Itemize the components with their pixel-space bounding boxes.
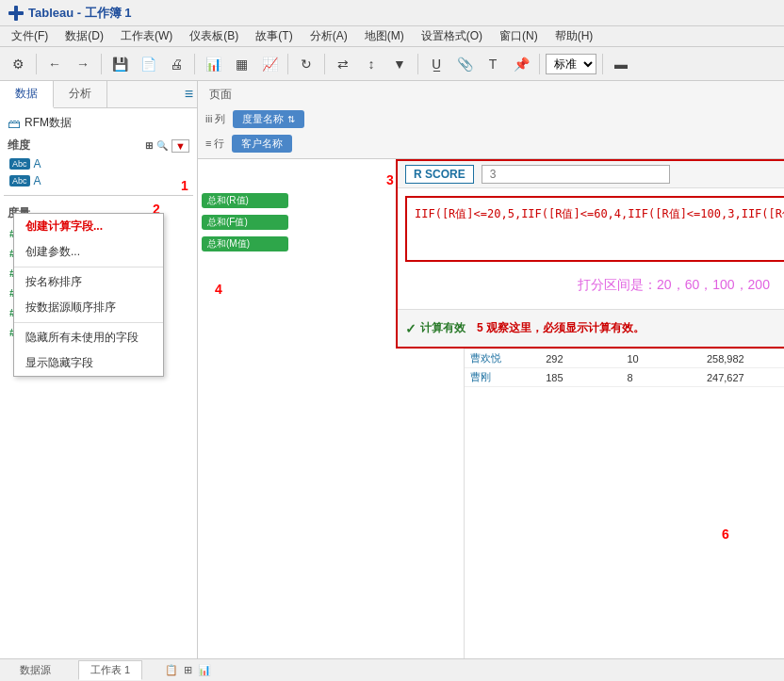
formula-name-input[interactable] — [482, 165, 670, 184]
toolbar-sep-2 — [101, 54, 102, 74]
formula-name-badge: R SCORE — [405, 165, 474, 184]
toolbar-sep-3 — [194, 54, 195, 74]
toolbar-sep-5 — [324, 54, 325, 74]
measure-pill-r-sum[interactable]: 总和(R值) — [202, 193, 288, 208]
formula-title-area: R SCORE — [405, 165, 670, 184]
toolbar-save-btn[interactable]: 💾 — [107, 52, 132, 76]
ctx-sort-name[interactable]: 按名称排序 — [14, 269, 163, 295]
dimension-item-2[interactable]: Abc A — [4, 172, 193, 189]
ctx-hide-unused[interactable]: 隐藏所有未使用的字段 — [14, 325, 163, 350]
toolbar-sep-8 — [602, 54, 603, 74]
ctx-sort-source[interactable]: 按数据源顺序排序 — [14, 295, 163, 320]
context-menu: 创建计算字段... 创建参数... 按名称排序 按数据源顺序排序 隐藏所有未使用… — [13, 213, 164, 377]
formula-header: R SCORE × — [398, 161, 784, 188]
status-grid-icon[interactable]: ⊞ — [184, 664, 192, 676]
toolbar-forward-btn[interactable]: → — [71, 52, 95, 76]
toolbar-clip-btn[interactable]: 📎 — [452, 52, 477, 76]
menu-file[interactable]: 文件(F) — [4, 26, 56, 46]
tab-worksheet1[interactable]: 工作表 1 — [78, 660, 142, 680]
toolbar-refresh-btn[interactable]: ↻ — [294, 52, 318, 76]
menu-analysis[interactable]: 分析(A) — [302, 26, 355, 46]
toolbar-chart2-btn[interactable]: ▦ — [229, 52, 253, 76]
menu-story[interactable]: 故事(T) — [248, 26, 300, 46]
toolbar: ⚙ ← → 💾 📄 🖨 📊 ▦ 📈 ↻ ⇄ ↕ ▼ U̲ 📎 T 📌 标准 ▬ — [0, 47, 784, 81]
toolbar-back-btn[interactable]: ← — [42, 52, 67, 76]
col-pill[interactable]: 度量名称 ⇅ — [233, 110, 304, 128]
title-bar: Tableau - 工作簿 1 — [0, 0, 784, 26]
rfm-datasource: 🗃 RFM数据 — [4, 112, 193, 134]
col-shelf: iii 列 度量名称 ⇅ — [202, 107, 780, 130]
dimension-section-header: 维度 ⊞ 🔍 ▼ — [4, 134, 193, 155]
annotation-1: 1 — [181, 178, 188, 193]
view-mode-select[interactable]: 标准 — [546, 54, 596, 74]
app-logo: Tableau - 工作簿 1 — [8, 5, 132, 22]
toolbar-underline-btn[interactable]: U̲ — [424, 52, 449, 76]
ctx-div-2 — [14, 322, 163, 323]
dimension-item-1[interactable]: Abc A — [4, 155, 193, 172]
right-panel: 页面 iii 列 度量名称 ⇅ ≡ 行 客户名称 总和(R值) 总和(F值 — [198, 81, 784, 658]
toolbar-settings-btn[interactable]: ⚙ — [6, 52, 30, 76]
ctx-create-param[interactable]: 创建参数... — [14, 239, 163, 265]
row-label: ≡ 行 — [202, 135, 228, 153]
menu-worksheet[interactable]: 工作表(W) — [113, 26, 180, 46]
measure-pills-panel: 总和(R值) 总和(F值) 总和(M值) — [198, 159, 292, 658]
section-icons: ⊞ 🔍 ▼ — [145, 139, 189, 153]
hint5-label: 5 观察这里，必须显示计算有效。 — [477, 320, 645, 336]
tab-analysis[interactable]: 分析 — [54, 81, 107, 107]
toolbar-chart3-btn[interactable]: 📈 — [257, 52, 282, 76]
toolbar-present-btn[interactable]: ▬ — [609, 52, 633, 76]
shelves: 页面 iii 列 度量名称 ⇅ ≡ 行 客户名称 — [198, 81, 784, 159]
formula-footer: ✓ 计算有效 5 观察这里，必须显示计算有效。 应用 确定 — [398, 309, 784, 347]
menu-data[interactable]: 数据(D) — [57, 26, 111, 46]
toolbar-filter-btn[interactable]: ▼ — [387, 52, 412, 76]
panel-separator — [4, 195, 193, 196]
tab-data[interactable]: 数据 — [0, 81, 54, 108]
status-add-icon[interactable]: 📋 — [165, 664, 178, 676]
toolbar-sort-btn[interactable]: ↕ — [359, 52, 384, 76]
row-pill[interactable]: 客户名称 — [232, 135, 292, 153]
panel-more-icon[interactable]: ≡ — [185, 86, 193, 103]
menu-window[interactable]: 窗口(N) — [492, 26, 546, 46]
toolbar-print-btn[interactable]: 🖨 — [164, 52, 188, 76]
dimension-grid-icon[interactable]: ⊞ — [145, 140, 153, 151]
panel-tabs: 数据 分析 ≡ — [0, 81, 197, 108]
app-title: Tableau - 工作簿 1 — [28, 5, 132, 22]
menu-help[interactable]: 帮助(H) — [547, 26, 601, 46]
menu-map[interactable]: 地图(M) — [357, 26, 412, 46]
ctx-create-calc[interactable]: 创建计算字段... — [14, 214, 163, 239]
menu-format[interactable]: 设置格式(O) — [414, 26, 490, 46]
formula-hint: 打分区间是：20，60，100，200 — [405, 262, 784, 301]
toolbar-new-btn[interactable]: 📄 — [136, 52, 160, 76]
measure-pill-f-sum[interactable]: 总和(F值) — [202, 215, 288, 230]
dimension-dropdown-icon[interactable]: ▼ — [172, 139, 189, 153]
status-chart-icon[interactable]: 📊 — [198, 664, 211, 676]
toolbar-text-btn[interactable]: T — [481, 52, 505, 76]
database-icon: 🗃 — [8, 116, 21, 131]
measure-pill-m-sum[interactable]: 总和(M值) — [202, 236, 288, 251]
ctx-show-hidden[interactable]: 显示隐藏字段 — [14, 350, 163, 376]
formula-code-box[interactable]: IIF([R值]<=20,5,IIF([R值]<=60,4,IIF([R值]<=… — [405, 196, 784, 262]
panel-content: 🗃 RFM数据 维度 ⊞ 🔍 ▼ Abc A Abc A — [0, 108, 197, 658]
toolbar-swap-btn[interactable]: ⇄ — [331, 52, 355, 76]
annotation-4: 4 — [215, 282, 222, 297]
dimension-search-icon[interactable]: 🔍 — [156, 140, 168, 151]
page-shelf: 页面 — [202, 83, 780, 105]
status-icons: 📋 ⊞ 📊 — [165, 664, 211, 676]
annotation-6: 6 — [722, 527, 729, 542]
status-bar: 数据源 工作表 1 📋 ⊞ 📊 — [0, 658, 784, 681]
toolbar-chart-btn[interactable]: 📊 — [201, 52, 225, 76]
formula-body: IIF([R值]<=20,5,IIF([R值]<=60,4,IIF([R值]<=… — [398, 188, 784, 309]
calc-valid-indicator: ✓ 计算有效 5 观察这里，必须显示计算有效。 — [405, 320, 645, 336]
col-label: iii 列 — [202, 110, 229, 128]
toolbar-pin-btn[interactable]: 📌 — [509, 52, 533, 76]
tab-datasource[interactable]: 数据源 — [8, 660, 63, 680]
menu-bar: 文件(F) 数据(D) 工作表(W) 仪表板(B) 故事(T) 分析(A) 地图… — [0, 26, 784, 47]
table-row: 曹刚 185 8 247,627 — [465, 368, 784, 387]
abc-icon-1: Abc — [9, 158, 30, 170]
annotation-3: 3 — [386, 172, 394, 187]
menu-dashboard[interactable]: 仪表板(B) — [182, 26, 246, 46]
page-label: 页面 — [202, 83, 239, 106]
view-area: 总和(R值) 总和(F值) 总和(M值) 客户名称 总和(R值) 总和(F值) … — [198, 159, 784, 658]
toolbar-sep-7 — [539, 54, 540, 74]
toolbar-sep-6 — [417, 54, 418, 74]
